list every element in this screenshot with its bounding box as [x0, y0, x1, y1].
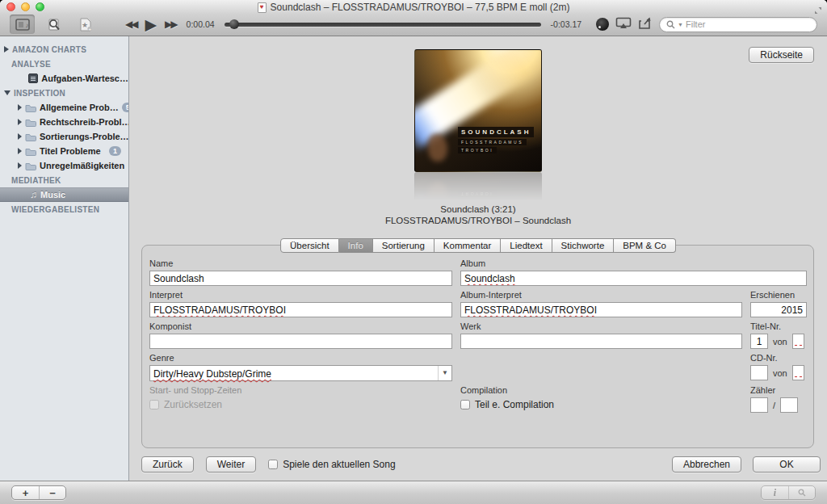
sidebar-section-inspektion[interactable]: INSPEKTION — [0, 86, 128, 100]
genre-value: Dirty/Heavy Dubstep/Grime — [153, 368, 271, 380]
artwork-artist-text: TROYBOI — [458, 147, 497, 153]
weiter-button[interactable]: Weiter — [206, 456, 256, 472]
window-title-group: ♥ Soundclash – FLOSSTRADAMUS/TROYBOI – 7… — [258, 2, 570, 13]
filter-search-field[interactable]: ▼ — [659, 17, 817, 32]
track-title: Soundclash (3:21) — [129, 204, 827, 215]
section-label: WIEDERGABELISTEN — [11, 205, 99, 214]
disclosure-triangle-icon[interactable] — [18, 133, 22, 140]
artwork-artist-reflection: TROYBOI — [458, 191, 497, 197]
rueckseite-button[interactable]: Rückseite — [749, 47, 814, 63]
share-icon[interactable] — [638, 16, 653, 33]
cd-nr-label: CD-Nr. — [750, 353, 807, 363]
disclosure-triangle-icon[interactable] — [18, 119, 22, 125]
disclosure-triangle-icon[interactable] — [18, 148, 22, 154]
fullscreen-icon[interactable] — [814, 3, 822, 18]
forward-button[interactable]: ▶▶ — [165, 19, 176, 30]
werk-label: Werk — [460, 321, 742, 331]
info-panel-button[interactable]: ♪ — [10, 15, 35, 34]
sidebar-section-amazon-charts[interactable]: AMAZON CHARTS — [0, 42, 128, 57]
werk-field[interactable] — [460, 334, 742, 349]
album-field[interactable]: Soundclash — [460, 271, 807, 286]
disclosure-triangle-icon[interactable] — [18, 104, 22, 111]
interpret-field[interactable]: FLOSSTRADAMUS/TROYBOI — [149, 302, 452, 317]
erschienen-field[interactable]: 2015 — [750, 302, 807, 317]
titel-nr-total-field[interactable] — [792, 334, 804, 349]
tab-info[interactable]: Info — [339, 238, 373, 253]
disclosure-triangle-icon[interactable] — [18, 162, 22, 169]
tab-uebersicht[interactable]: Übersicht — [280, 238, 339, 253]
album-interpret-value: FLOSSTRADAMUS/TROYBOI — [464, 304, 597, 316]
chevron-down-icon[interactable]: ▼ — [438, 366, 451, 380]
komponist-field[interactable] — [149, 334, 452, 349]
slider-thumb[interactable] — [229, 19, 239, 29]
cd-nr-total-field[interactable] — [792, 365, 804, 380]
sidebar-item-music-selected[interactable]: ♫ Music — [0, 187, 128, 202]
add-button[interactable]: + — [12, 486, 39, 499]
compilation-checkbox[interactable] — [460, 400, 470, 410]
document-proxy-heart-icon: ♥ — [258, 2, 267, 13]
sidebar-item-sortierungs-probleme[interactable]: Sortierungs-Proble… — [0, 129, 128, 144]
playback-progress-slider[interactable] — [225, 23, 541, 27]
remove-button[interactable]: − — [39, 486, 65, 499]
erschienen-value: 2015 — [781, 304, 803, 316]
titel-nr-field[interactable]: 1 — [750, 334, 768, 349]
time-remaining: -0:03.17 — [551, 19, 582, 29]
close-button[interactable] — [6, 2, 15, 11]
tab-stichworte[interactable]: Stichworte — [552, 238, 615, 253]
tab-bpm-co[interactable]: BPM & Co — [614, 238, 676, 253]
disclosure-triangle-icon[interactable] — [4, 46, 9, 52]
play-current-song-checkbox[interactable] — [268, 460, 278, 469]
rewind-button[interactable]: ◀◀ — [125, 19, 136, 30]
svg-text:+: + — [88, 26, 91, 31]
sidebar-item-aufgaben-warteschlange[interactable]: Aufgaben-Wartesc… — [0, 71, 128, 86]
window-title: Soundclash – FLOSSTRADAMUS/TROYBOI – 77,… — [271, 2, 570, 13]
ok-button[interactable]: OK — [753, 456, 821, 472]
tab-kommentar[interactable]: Kommentar — [434, 238, 501, 253]
minimize-button[interactable] — [21, 2, 30, 11]
window-chrome: ♥ Soundclash – FLOSSTRADAMUS/TROYBOI – 7… — [0, 0, 827, 36]
track-info: Soundclash (3:21) FLOSSTRADAMUS/TROYBOI … — [129, 204, 827, 226]
hand-art — [428, 134, 447, 162]
section-label: AMAZON CHARTS — [12, 45, 86, 54]
genre-dropdown[interactable]: Dirty/Heavy Dubstep/Grime ▼ — [149, 365, 452, 381]
zurueck-button[interactable]: Zurück — [141, 456, 194, 472]
album-interpret-field[interactable]: FLOSSTRADAMUS/TROYBOI — [460, 302, 742, 317]
tab-sortierung[interactable]: Sortierung — [373, 238, 434, 253]
artwork-reflection: SOUNDCLASH FLOSSTRADAMUS TROYBOI — [414, 172, 542, 206]
compilation-checkbox-label: Teil e. Compilation — [475, 399, 554, 410]
zaehler-label: Zähler — [750, 385, 807, 395]
play-button[interactable]: ▶ — [145, 15, 157, 34]
album-value: Soundclash — [464, 273, 515, 284]
tab-liedtext[interactable]: Liedtext — [501, 238, 552, 253]
sidebar-item-unregelmaessigkeiten[interactable]: Unregelmäßigkeiten — [0, 158, 128, 173]
get-info-button[interactable]: i — [762, 486, 788, 499]
zoom-button[interactable] — [36, 2, 44, 11]
sidebar-item-rechtschreib-probleme[interactable]: Rechtschreib-Probl… — [0, 115, 128, 129]
inspection-button[interactable] — [41, 15, 66, 34]
sidebar-section-mediathek: MEDIATHEK — [0, 173, 128, 187]
album-label: Album — [460, 258, 807, 268]
zaehler-total-field[interactable] — [780, 397, 798, 413]
sidebar-item-titel-probleme[interactable]: Titel Probleme 1 — [0, 144, 128, 158]
volume-knob-icon[interactable] — [596, 18, 609, 31]
zaehler-field[interactable] — [750, 397, 768, 413]
search-scope-chevron-icon[interactable]: ▼ — [678, 22, 683, 27]
sidebar-section-analyse: ANALYSE — [0, 57, 128, 71]
info-search-segmented-control: i — [761, 485, 816, 500]
album-artwork[interactable]: SOUNDCLASH FLOSSTRADAMUS TROYBOI — [414, 49, 542, 172]
sidebar-item-allgemeine-probleme[interactable]: Allgemeine Prob… 5 — [0, 100, 128, 115]
search-icon — [798, 489, 806, 497]
airplay-icon[interactable] — [615, 17, 632, 32]
cd-nr-field[interactable] — [750, 365, 768, 380]
window-controls — [6, 2, 44, 11]
artwork-artist-text: FLOSSTRADAMUS — [458, 139, 527, 145]
disclosure-triangle-icon[interactable] — [4, 90, 10, 95]
bottom-bar: + − i — [0, 481, 827, 504]
reveal-search-button[interactable] — [788, 486, 815, 499]
abbrechen-button[interactable]: Abbrechen — [672, 456, 741, 472]
name-field[interactable]: Soundclash — [149, 271, 452, 286]
zuruecksetzen-checkbox[interactable] — [149, 400, 159, 410]
filter-input[interactable] — [686, 19, 810, 29]
artwork-text: SOUNDCLASH FLOSSTRADAMUS TROYBOI — [458, 123, 534, 153]
add-rating-button[interactable]: ★+ — [73, 15, 98, 34]
